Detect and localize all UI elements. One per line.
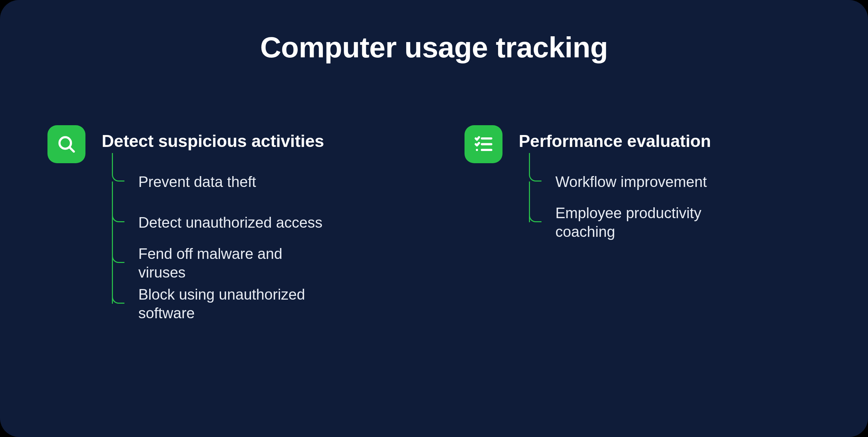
checklist-icon xyxy=(465,125,502,163)
column-detect: Detect suspicious activities Prevent dat… xyxy=(47,125,403,324)
column-body: Detect suspicious activities Prevent dat… xyxy=(102,125,329,324)
tree-list: Workflow improvement Employee productivi… xyxy=(529,153,746,243)
tree-list: Prevent data theft Detect unauthorized a… xyxy=(112,153,329,324)
list-item: Employee productivity coaching xyxy=(529,202,746,243)
list-item: Fend off malware and viruses xyxy=(112,243,329,283)
column-performance: Performance evaluation Workflow improvem… xyxy=(465,125,821,324)
column-heading: Performance evaluation xyxy=(519,131,746,151)
column-body: Performance evaluation Workflow improvem… xyxy=(519,125,746,243)
column-heading: Detect suspicious activities xyxy=(102,131,329,151)
list-item-label: Block using unauthorized software xyxy=(138,285,329,322)
list-item: Detect unauthorized access xyxy=(112,202,329,243)
list-item: Block using unauthorized software xyxy=(112,283,329,324)
list-item: Prevent data theft xyxy=(112,161,329,202)
list-item-label: Workflow improvement xyxy=(555,172,707,191)
page-title: Computer usage tracking xyxy=(47,31,821,64)
list-item: Workflow improvement xyxy=(529,161,746,202)
list-item-label: Fend off malware and viruses xyxy=(138,244,329,282)
list-item-label: Employee productivity coaching xyxy=(555,204,746,241)
search-icon xyxy=(47,125,85,163)
list-item-label: Detect unauthorized access xyxy=(138,213,322,232)
list-item-label: Prevent data theft xyxy=(138,172,256,191)
columns: Detect suspicious activities Prevent dat… xyxy=(47,125,821,324)
svg-line-1 xyxy=(69,147,74,151)
diagram-card: Computer usage tracking Detect suspiciou… xyxy=(0,0,868,437)
